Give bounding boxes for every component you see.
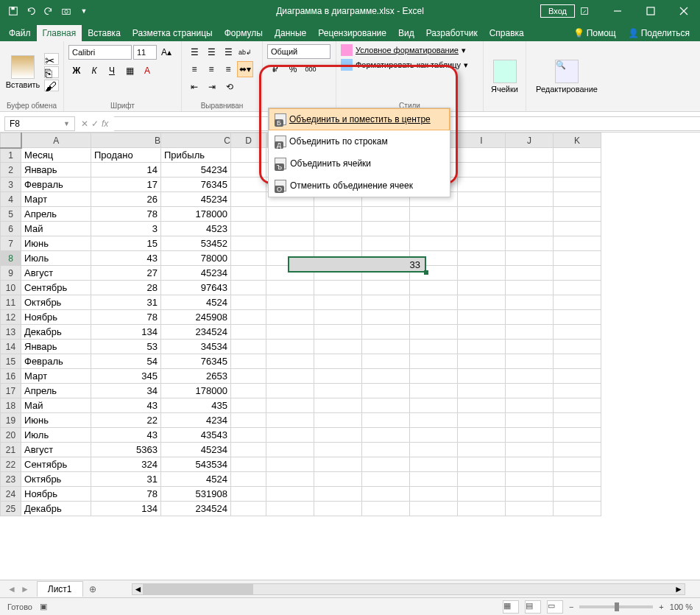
row-header[interactable]: 17 (1, 384, 21, 398)
save-icon[interactable] (7, 5, 19, 17)
cell[interactable]: 14 (91, 163, 161, 178)
cell[interactable] (410, 325, 458, 340)
cell[interactable] (458, 487, 506, 502)
sheet-tab-1[interactable]: Лист1 (37, 581, 83, 597)
cell[interactable] (314, 487, 362, 502)
unmerge-cells-item[interactable]: О Отменить объединение ячеек (269, 175, 450, 197)
border-button[interactable]: ▦ (121, 63, 138, 79)
cell[interactable] (506, 310, 554, 325)
align-middle-icon[interactable]: ☰ (203, 44, 219, 60)
cell[interactable]: Март (21, 369, 91, 384)
cell[interactable] (458, 178, 506, 192)
cell[interactable]: Август (21, 266, 91, 281)
cell[interactable] (231, 502, 266, 516)
cell[interactable] (362, 222, 410, 236)
format-painter-icon[interactable]: 🖌 (44, 80, 59, 91)
cell[interactable]: Февраль (21, 354, 91, 369)
bold-button[interactable]: Ж (68, 63, 85, 79)
cell[interactable] (231, 398, 266, 413)
cell[interactable]: Сентябрь (21, 457, 91, 472)
cell[interactable]: 3 (91, 222, 161, 236)
cell[interactable] (506, 354, 554, 369)
align-top-icon[interactable]: ☰ (186, 44, 202, 60)
cell[interactable] (314, 369, 362, 384)
cell[interactable] (314, 398, 362, 413)
cell[interactable]: 45234 (161, 266, 231, 281)
cell[interactable] (266, 222, 314, 236)
cell[interactable] (554, 398, 601, 413)
cell[interactable] (362, 325, 410, 340)
cell[interactable] (554, 325, 601, 340)
cell[interactable] (314, 325, 362, 340)
cell[interactable]: 31 (91, 295, 161, 310)
tab-data[interactable]: Данные (269, 25, 312, 41)
cell[interactable] (231, 281, 266, 295)
cell[interactable] (554, 502, 601, 516)
editing-button[interactable]: 🔍Редактирование (531, 44, 603, 108)
cell[interactable] (362, 457, 410, 472)
cell[interactable]: 78 (91, 207, 161, 222)
cell[interactable] (362, 472, 410, 487)
cell[interactable] (506, 163, 554, 178)
horizontal-scrollbar[interactable]: ◄► (132, 583, 685, 595)
zoom-slider[interactable] (579, 605, 653, 608)
cell[interactable] (458, 413, 506, 428)
cell[interactable] (458, 148, 506, 163)
row-header[interactable]: 13 (1, 325, 21, 340)
cell[interactable]: 26 (91, 192, 161, 207)
cell[interactable] (231, 384, 266, 398)
cell[interactable] (314, 472, 362, 487)
cell[interactable] (506, 428, 554, 443)
cell[interactable] (458, 384, 506, 398)
cell[interactable] (266, 310, 314, 325)
cell[interactable]: Продано (91, 148, 161, 163)
cell[interactable] (458, 222, 506, 236)
cell[interactable] (410, 310, 458, 325)
cell[interactable]: 4234 (161, 413, 231, 428)
zoom-out-button[interactable]: − (569, 602, 573, 611)
cell[interactable] (231, 428, 266, 443)
view-page-layout-icon[interactable]: ▤ (525, 600, 541, 614)
cell[interactable] (554, 236, 601, 251)
cell[interactable]: 53452 (161, 236, 231, 251)
row-header[interactable]: 10 (1, 281, 21, 295)
tab-page-layout[interactable]: Разметка страницы (127, 25, 219, 41)
active-cell-selection[interactable]: 33 (288, 256, 426, 273)
cell[interactable] (506, 148, 554, 163)
merge-button[interactable]: ⬌▾ (237, 61, 253, 77)
cell[interactable] (266, 398, 314, 413)
cell[interactable]: 43 (91, 251, 161, 266)
zoom-level[interactable]: 100 % (670, 602, 693, 611)
cell[interactable]: Июль (21, 428, 91, 443)
font-size-select[interactable] (133, 45, 157, 60)
cancel-formula-icon[interactable]: ✕ (81, 119, 88, 129)
cell[interactable] (506, 281, 554, 295)
cell[interactable]: 2653 (161, 369, 231, 384)
cell[interactable]: 22 (91, 413, 161, 428)
wrap-text-icon[interactable]: ab↲ (237, 44, 253, 60)
cell[interactable] (458, 281, 506, 295)
cell[interactable]: 31 (91, 472, 161, 487)
cell[interactable]: Ноябрь (21, 310, 91, 325)
cell[interactable]: Январь (21, 340, 91, 354)
cell[interactable] (362, 354, 410, 369)
cell[interactable]: 54234 (161, 163, 231, 178)
tab-formulas[interactable]: Формулы (219, 25, 269, 41)
cell[interactable] (458, 428, 506, 443)
row-header[interactable]: 4 (1, 192, 21, 207)
align-left-icon[interactable]: ≡ (186, 61, 202, 77)
cell[interactable] (506, 457, 554, 472)
cell[interactable]: Июнь (21, 413, 91, 428)
cell[interactable]: Июнь (21, 236, 91, 251)
cell[interactable] (266, 428, 314, 443)
tell-me-button[interactable]: 💡Помощ (569, 25, 621, 41)
increase-font-icon[interactable]: A▴ (158, 44, 174, 60)
row-header[interactable]: 22 (1, 457, 21, 472)
cell[interactable]: 178000 (161, 207, 231, 222)
row-header[interactable]: 12 (1, 310, 21, 325)
cell[interactable] (506, 325, 554, 340)
sheet-nav-prev-icon[interactable]: ◄ (7, 584, 16, 594)
cell[interactable]: Февраль (21, 178, 91, 192)
add-sheet-button[interactable]: ⊕ (83, 584, 102, 594)
cell[interactable] (362, 487, 410, 502)
